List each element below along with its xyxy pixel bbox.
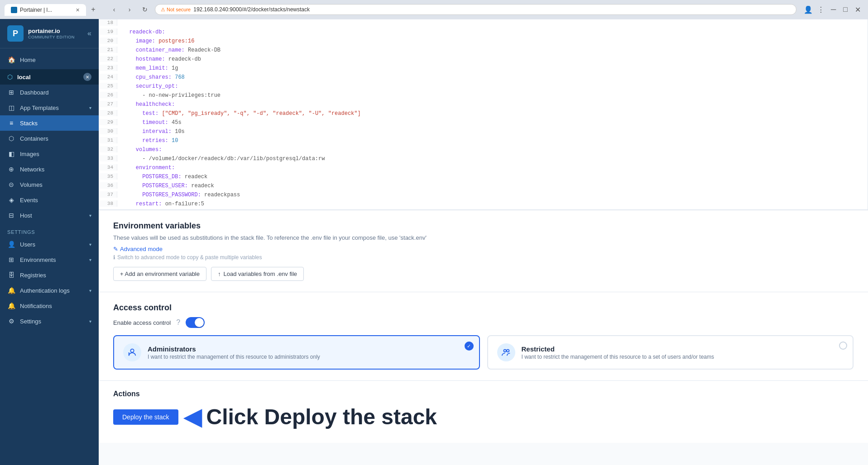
env-vars-desc: These values will be used as substitutio… — [113, 234, 854, 241]
dashboard-label: Dashboard — [20, 89, 49, 96]
browser-tabs: Portainer | l... ✕ + — [5, 3, 100, 16]
sidebar-item-dashboard[interactable]: ⊞ Dashboard — [0, 85, 99, 100]
home-icon: 🏠 — [7, 56, 15, 63]
stacks-icon: ≡ — [7, 119, 15, 127]
sidebar-item-stacks[interactable]: ≡ Stacks — [0, 115, 99, 131]
code-line: 36 POSTGRES_USER: readeck — [99, 182, 868, 191]
access-control-toggle[interactable] — [186, 317, 205, 328]
access-control-title: Access control — [113, 303, 854, 313]
code-line: 19 readeck-db: — [99, 28, 868, 38]
env-vars-title: Environment variables — [113, 221, 854, 231]
code-line: 38 restart: on-failure:5 — [99, 200, 868, 209]
add-env-var-btn[interactable]: + Add an environment variable — [113, 267, 206, 281]
sidebar-item-home[interactable]: 🏠 Home — [0, 52, 99, 67]
address-bar[interactable]: ⚠ Not secure 192.168.0.240:9000/#/2/dock… — [155, 4, 796, 15]
containers-icon: ⬡ — [7, 135, 15, 142]
sidebar-item-images[interactable]: ◧ Images — [0, 146, 99, 161]
sidebar-item-users[interactable]: 👤 Users ▾ — [0, 237, 99, 252]
edit-icon: ✎ — [113, 246, 118, 252]
access-card-restricted[interactable]: Restricted I want to restrict the manage… — [487, 335, 854, 370]
extensions-icon[interactable]: ⋮ — [817, 5, 825, 14]
window-controls: ‹ › ↻ — [108, 3, 151, 16]
notifications-label: Notifications — [20, 303, 52, 309]
actions-title: Actions — [113, 390, 854, 398]
events-icon: ◈ — [7, 196, 15, 204]
sidebar-item-events[interactable]: ◈ Events — [0, 192, 99, 208]
networks-label: Networks — [20, 166, 44, 173]
nav-forward-btn[interactable]: › — [123, 3, 136, 16]
nav-back-btn[interactable]: ‹ — [108, 3, 120, 16]
deploy-stack-btn[interactable]: Deploy the stack — [113, 409, 178, 425]
sidebar-item-networks[interactable]: ⊕ Networks — [0, 161, 99, 177]
nav-refresh-btn[interactable]: ↻ — [139, 3, 151, 16]
code-line: 27 healthcheck: — [99, 101, 868, 110]
new-tab-btn[interactable]: + — [87, 3, 100, 16]
advanced-mode-link[interactable]: ✎ Advanced mode — [113, 246, 854, 252]
code-line: 28 test: ["CMD", "pg_isready", "-q", "-d… — [99, 110, 868, 119]
toggle-knob — [195, 318, 204, 327]
users-label: Users — [20, 241, 35, 248]
sidebar-collapse-btn[interactable]: « — [87, 29, 91, 38]
sidebar-item-notifications[interactable]: 🔔 Notifications — [0, 298, 99, 313]
actions-section: Actions Deploy the stack ◀ Click Deploy … — [99, 380, 868, 443]
notifications-icon: 🔔 — [7, 302, 15, 309]
browser-right-actions: 👤 ⋮ — [804, 5, 825, 14]
env-section-local: ⬡ local ✕ ⊞ Dashboard ◫ App Templates ▾ … — [0, 69, 99, 223]
browser-tab-active[interactable]: Portainer | l... ✕ — [5, 4, 86, 16]
sidebar-item-containers[interactable]: ⬡ Containers — [0, 131, 99, 146]
restricted-desc: I want to restrict the management of thi… — [522, 354, 715, 360]
settings-label: Settings — [20, 318, 41, 325]
users-icon: 👤 — [7, 241, 15, 248]
profile-icon[interactable]: 👤 — [804, 5, 813, 14]
containers-label: Containers — [20, 135, 48, 142]
load-env-file-btn[interactable]: ↑ Load variables from .env file — [211, 267, 304, 281]
code-line: 31 retries: 10 — [99, 137, 868, 146]
host-label: Host — [20, 212, 32, 219]
sidebar-item-registries[interactable]: 🗄 Registries — [0, 267, 99, 283]
sidebar-item-auth-logs[interactable]: 🔔 Authentication logs ▾ — [0, 283, 99, 298]
env-vars-section: Environment variables These values will … — [99, 210, 868, 292]
arrow-left-icon: ◀ — [184, 406, 201, 428]
enable-access-label: Enable access control — [113, 319, 171, 326]
code-line: 20 image: postgres:16 — [99, 38, 868, 47]
code-line: 22 hostname: readeck-db — [99, 56, 868, 65]
tab-title: Portainer | l... — [20, 7, 52, 13]
code-line: 26 - no-new-privileges:true — [99, 92, 868, 101]
code-line: 24 cpu_shares: 768 — [99, 74, 868, 83]
access-card-administrators[interactable]: Administrators I want to restrict the ma… — [113, 335, 480, 370]
enable-access-help-icon[interactable]: ? — [176, 318, 180, 327]
sidebar-nav: 🏠 Home ⬡ local ✕ ⊞ Dashboard ◫ App Templ… — [0, 48, 99, 465]
env-name-label: local — [17, 74, 31, 81]
actions-row: Deploy the stack ◀ Click Deploy the stac… — [113, 404, 854, 429]
tab-favicon — [11, 7, 17, 13]
sidebar-item-settings[interactable]: ⚙ Settings ▾ — [0, 313, 99, 329]
minimize-btn[interactable]: ─ — [828, 5, 839, 14]
app-templates-label: App Templates — [20, 104, 59, 111]
sidebar-item-environments[interactable]: ⊞ Environments ▾ — [0, 252, 99, 267]
app-layout: P portainer.io COMMUNITY EDITION « 🏠 Hom… — [0, 19, 868, 465]
env-icon: ⬡ — [7, 73, 13, 81]
code-line: 33 - /volume1/docker/readeck/db:/var/lib… — [99, 155, 868, 164]
sidebar-item-volumes[interactable]: ⊝ Volumes — [0, 177, 99, 192]
sidebar-item-host[interactable]: ⊟ Host ▾ — [0, 208, 99, 223]
restore-btn[interactable]: □ — [840, 5, 850, 14]
code-line: 25 security_opt: — [99, 83, 868, 92]
close-btn[interactable]: ✕ — [852, 5, 863, 14]
os-window-controls: ─ □ ✕ — [828, 5, 863, 14]
restricted-icon — [497, 343, 515, 361]
sidebar-item-app-templates[interactable]: ◫ App Templates ▾ — [0, 100, 99, 115]
environments-icon: ⊞ — [7, 256, 15, 263]
security-indicator: ⚠ Not secure — [161, 7, 191, 13]
tab-close-btn[interactable]: ✕ — [76, 7, 80, 13]
env-vars-hint: ℹ Switch to advanced mode to copy & past… — [113, 254, 854, 261]
logo-text-block: portainer.io COMMUNITY EDITION — [28, 28, 75, 39]
users-arrow: ▾ — [89, 242, 91, 247]
auth-logs-arrow: ▾ — [89, 288, 91, 293]
registries-label: Registries — [20, 272, 46, 279]
logo-brand: portainer.io — [28, 28, 75, 35]
host-icon: ⊟ — [7, 212, 15, 219]
events-label: Events — [20, 197, 38, 204]
host-arrow: ▾ — [89, 213, 91, 218]
env-close-btn[interactable]: ✕ — [83, 73, 91, 81]
stacks-label: Stacks — [20, 120, 38, 127]
